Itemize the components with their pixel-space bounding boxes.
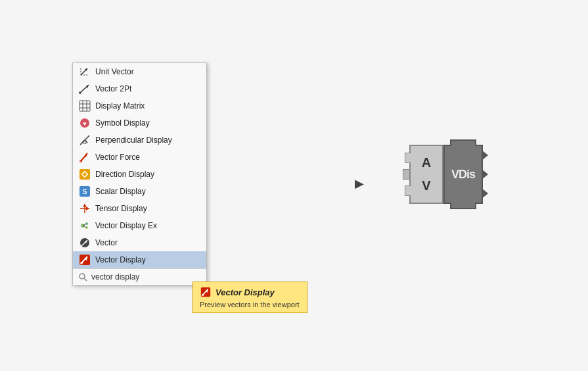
menu-item-perpendicular-display[interactable]: Perpendicular Display <box>73 132 206 149</box>
svg-marker-29 <box>86 207 89 210</box>
vector-display-ex-icon <box>78 219 91 232</box>
port-a-label: A <box>422 155 431 170</box>
svg-marker-6 <box>86 85 89 88</box>
menu-item-symbol-display[interactable]: ♥ Symbol Display <box>73 114 206 132</box>
symbol-display-icon: ♥ <box>78 116 91 130</box>
node-label: VDis <box>451 168 475 182</box>
tooltip-title-text: Vector Display <box>215 287 275 297</box>
tooltip: Vector Display Preview vectors in the vi… <box>192 282 307 313</box>
context-menu: Unit Vector Vector 2Pt <box>72 62 207 285</box>
vector-force-label: Vector Force <box>95 153 140 162</box>
display-matrix-icon <box>78 99 91 112</box>
port-v-label: V <box>422 178 430 193</box>
menu-item-vector-display[interactable]: Vector Display <box>73 251 206 268</box>
tooltip-icon <box>200 286 212 298</box>
vector-label: Vector <box>95 238 118 247</box>
search-icon <box>77 271 89 283</box>
node-wrapper: A V VDi <box>403 145 483 204</box>
menu-item-vector[interactable]: Vector <box>73 234 206 251</box>
menu-item-vector-display-ex[interactable]: Vector Display Ex <box>73 217 206 234</box>
tooltip-description: Preview vectors in the viewport <box>200 301 300 309</box>
svg-point-20 <box>79 160 82 162</box>
symbol-display-label: Symbol Display <box>95 118 150 128</box>
tensor-display-icon <box>78 202 91 215</box>
arrow-connector: ▶ <box>355 176 364 191</box>
scalar-display-icon: S <box>78 185 91 198</box>
menu-item-tensor-display[interactable]: Tensor Display <box>73 200 206 217</box>
canvas-area: Unit Vector Vector 2Pt <box>0 0 588 371</box>
vector-2pt-icon <box>78 82 91 95</box>
menu-item-vector-2pt[interactable]: Vector 2Pt <box>73 80 206 97</box>
menu-item-scalar-display[interactable]: S Scalar Display <box>73 183 206 200</box>
svg-text:♥: ♥ <box>83 120 86 127</box>
vdis-node: A V VDi <box>403 145 483 204</box>
vector-display-label: Vector Display <box>95 255 146 264</box>
tensor-display-label: Tensor Display <box>95 204 147 213</box>
svg-line-43 <box>84 278 87 281</box>
svg-point-41 <box>80 262 83 264</box>
perpendicular-display-icon <box>78 134 91 147</box>
menu-item-vector-force[interactable]: Vector Force <box>73 149 206 166</box>
vector-2pt-label: Vector 2Pt <box>95 84 131 93</box>
svg-point-47 <box>202 294 204 297</box>
search-box <box>73 268 206 285</box>
unit-vector-icon <box>78 65 91 78</box>
menu-item-display-matrix[interactable]: Display Matrix <box>73 97 206 114</box>
display-matrix-label: Display Matrix <box>95 101 145 111</box>
vector-display-ex-label: Vector Display Ex <box>95 221 157 230</box>
search-input[interactable] <box>91 272 183 282</box>
perpendicular-display-label: Perpendicular Display <box>95 136 172 145</box>
svg-point-5 <box>79 91 81 94</box>
direction-display-icon <box>78 168 91 181</box>
svg-point-42 <box>79 274 85 279</box>
menu-item-direction-display[interactable]: Direction Display <box>73 166 206 183</box>
menu-item-unit-vector[interactable]: Unit Vector <box>73 63 206 80</box>
tooltip-title: Vector Display <box>200 286 300 298</box>
direction-display-label: Direction Display <box>95 170 154 179</box>
svg-rect-7 <box>79 101 90 111</box>
vector-force-icon <box>78 151 91 164</box>
unit-vector-label: Unit Vector <box>95 67 134 76</box>
vector-icon <box>78 236 91 249</box>
svg-text:S: S <box>83 188 87 195</box>
scalar-display-label: Scalar Display <box>95 187 146 196</box>
vector-display-sel-icon <box>78 253 91 266</box>
